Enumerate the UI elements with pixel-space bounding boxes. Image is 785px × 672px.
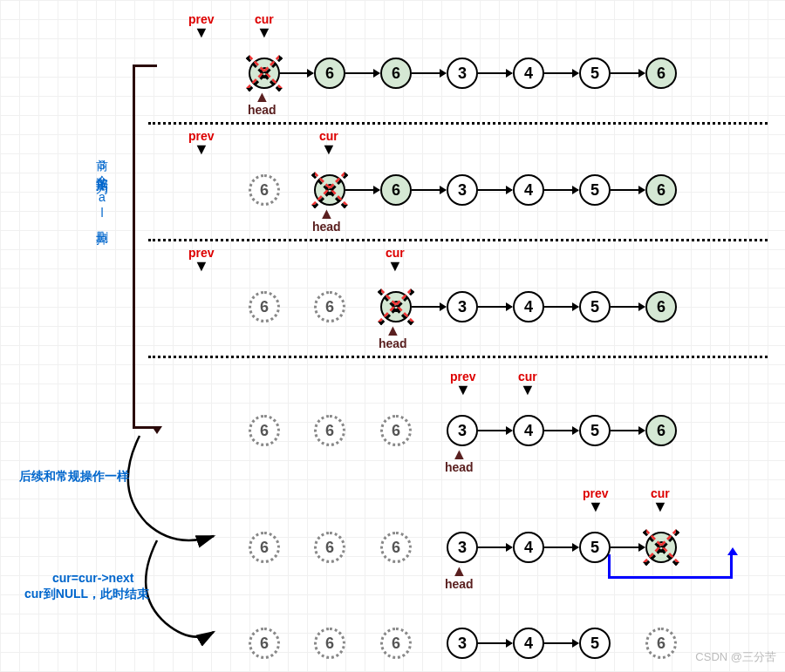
node: 6	[645, 291, 677, 322]
node: 6	[645, 628, 677, 659]
node: 4	[513, 174, 544, 206]
node: 5	[579, 415, 611, 446]
note-next1: cur=cur->next	[52, 571, 133, 585]
node: 5	[579, 174, 611, 206]
node: 6	[249, 291, 280, 322]
node: 5	[579, 291, 611, 322]
node: 6	[249, 174, 280, 206]
note-regular: 后续和常规操作一样	[19, 469, 129, 485]
link-arrow	[412, 189, 446, 191]
node: 5	[579, 628, 611, 659]
node: 6	[645, 174, 677, 206]
node: 6	[380, 628, 412, 659]
node: 6	[249, 58, 280, 89]
link-arrow	[544, 430, 578, 431]
divider	[148, 239, 768, 241]
node: 6	[380, 174, 412, 206]
node: 6	[249, 628, 280, 659]
link-arrow	[345, 189, 379, 191]
link-arrow	[478, 642, 512, 644]
blue-arrow	[727, 547, 738, 555]
node: 4	[513, 628, 544, 659]
link-arrow	[611, 72, 645, 74]
node: 3	[447, 415, 478, 446]
link-arrow	[280, 72, 313, 74]
link-arrow	[611, 306, 645, 308]
link-arrow	[478, 189, 512, 191]
node: 4	[513, 58, 544, 89]
node: 4	[513, 415, 544, 446]
link-arrow	[412, 72, 446, 74]
link-arrow	[611, 430, 645, 431]
node: 4	[513, 291, 544, 322]
node: 6	[314, 291, 345, 322]
head-pointer: ▲head	[445, 568, 474, 591]
node: 3	[447, 628, 478, 659]
node: 3	[447, 532, 478, 563]
cur-pointer: cur▼	[651, 486, 670, 511]
node: 6	[314, 174, 345, 206]
cur-pointer: cur▼	[518, 370, 537, 394]
cur-pointer: cur▼	[319, 129, 338, 153]
node: 6	[645, 415, 677, 446]
prev-pointer: prev▼	[450, 370, 476, 394]
link-arrow	[478, 546, 512, 548]
link-arrow	[544, 72, 578, 74]
link-arrow	[478, 430, 512, 431]
node: 6	[249, 532, 280, 563]
head-pointer: ▲head	[445, 451, 474, 474]
node: 4	[513, 532, 544, 563]
node: 5	[579, 58, 611, 89]
prev-pointer: prev▼	[583, 486, 609, 511]
link-arrow	[544, 189, 578, 191]
node: 3	[447, 58, 478, 89]
prev-pointer: prev▼	[188, 12, 215, 37]
head-pointer: ▲head	[312, 211, 341, 234]
node: 6	[314, 628, 345, 659]
link-arrow	[478, 72, 512, 74]
prev-pointer: prev▼	[188, 246, 215, 270]
link-arrow	[544, 642, 578, 644]
node: 6	[380, 291, 412, 322]
node: 6	[645, 532, 677, 563]
cur-pointer: cur▼	[255, 12, 274, 37]
node: 6	[314, 415, 345, 446]
prev-pointer: prev▼	[188, 129, 215, 153]
link-arrow	[544, 306, 578, 308]
link-arrow	[544, 546, 578, 548]
node: 6	[249, 415, 280, 446]
link-arrow	[345, 72, 379, 74]
link-arrow	[611, 189, 645, 191]
node: 6	[380, 58, 412, 89]
head-pointer: ▲head	[379, 328, 407, 350]
head-pointer: ▲head	[248, 94, 276, 117]
node: 6	[380, 415, 412, 446]
divider	[148, 122, 768, 125]
node: 6	[314, 58, 345, 89]
node: 5	[579, 532, 611, 563]
node: 6	[314, 532, 345, 563]
node: 3	[447, 291, 478, 322]
link-arrow	[611, 546, 645, 548]
watermark: CSDN @三分苦	[695, 649, 776, 665]
note-next2: cur到NULL，此时结束	[24, 587, 149, 602]
divider	[148, 356, 768, 358]
cur-pointer: cur▼	[386, 246, 405, 270]
node: 6	[380, 532, 412, 563]
link-arrow	[478, 306, 512, 308]
node: 6	[645, 58, 677, 89]
node: 3	[447, 174, 478, 206]
link-arrow	[412, 306, 446, 308]
